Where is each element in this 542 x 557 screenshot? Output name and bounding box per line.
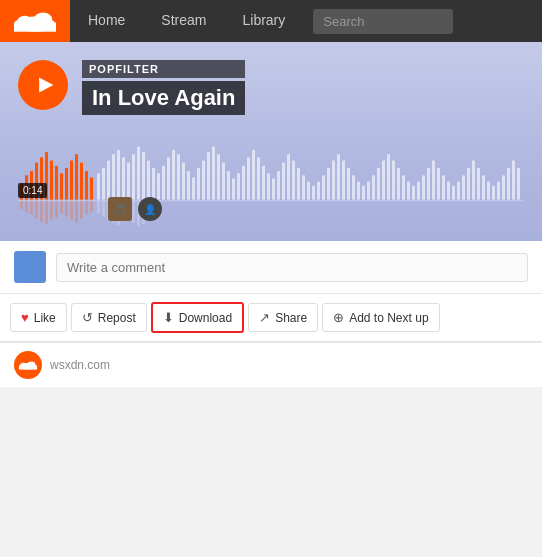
svg-rect-108 [462,175,465,199]
svg-rect-17 [80,163,83,200]
avatar-2: 👤 [138,197,162,221]
next-icon: ⊕ [333,310,344,325]
play-button[interactable] [18,60,68,110]
next-label: Add to Next up [349,311,428,325]
svg-rect-13 [60,173,63,199]
like-button[interactable]: ♥ Like [10,303,67,332]
svg-rect-99 [417,182,420,200]
svg-rect-115 [497,182,500,200]
svg-rect-21 [25,201,28,213]
time-display: 0:14 [18,183,47,198]
download-button[interactable]: ⬇ Download [151,302,244,333]
svg-rect-55 [197,168,200,200]
svg-rect-43 [137,147,140,200]
svg-rect-109 [467,168,470,200]
svg-rect-49 [167,157,170,199]
next-up-button[interactable]: ⊕ Add to Next up [322,303,439,332]
svg-rect-91 [377,168,380,200]
svg-rect-27 [55,201,58,218]
svg-rect-37 [107,161,110,200]
svg-rect-100 [422,175,425,199]
svg-rect-31 [75,201,78,223]
svg-rect-110 [472,161,475,200]
svg-rect-86 [352,175,355,199]
svg-rect-50 [172,150,175,200]
svg-rect-69 [267,173,270,199]
svg-rect-52 [182,163,185,200]
repost-button[interactable]: ↺ Repost [71,303,147,332]
svg-rect-117 [507,168,510,200]
svg-rect-59 [217,154,220,199]
svg-rect-102 [432,161,435,200]
svg-rect-73 [287,154,290,199]
comment-area [0,241,542,294]
svg-rect-66 [252,150,255,200]
svg-rect-105 [447,182,450,200]
svg-rect-24 [40,201,43,222]
svg-rect-75 [297,168,300,200]
svg-rect-97 [407,182,410,200]
artist-name: POPFILTER [82,60,245,78]
svg-rect-60 [222,163,225,200]
track-header: POPFILTER In Love Again [18,60,524,115]
nav-links: Home Stream Library [70,0,303,42]
svg-rect-116 [502,175,505,199]
svg-rect-67 [257,157,260,199]
svg-rect-94 [392,161,395,200]
waveform[interactable]: 0:14 🎵 👤 [18,131,524,226]
bottom-bar: wsxdn.com [0,342,542,387]
waveform-svg [18,131,524,226]
nav-home[interactable]: Home [70,0,143,42]
svg-rect-112 [482,175,485,199]
download-icon: ⬇ [163,310,174,325]
svg-rect-48 [162,166,165,200]
svg-rect-26 [50,201,53,220]
nav-stream[interactable]: Stream [143,0,224,42]
bottom-logo [14,351,42,379]
svg-rect-12 [55,166,58,200]
share-button[interactable]: ↗ Share [248,303,318,332]
svg-rect-36 [102,168,105,200]
svg-rect-79 [317,182,320,200]
svg-rect-84 [342,161,345,200]
svg-rect-68 [262,166,265,200]
svg-rect-29 [65,201,68,217]
navbar: Home Stream Library [0,0,542,42]
svg-rect-47 [157,173,160,199]
svg-rect-65 [247,157,250,199]
track-info: POPFILTER In Love Again [82,60,245,115]
action-bar: ♥ Like ↺ Repost ⬇ Download ↗ Share ⊕ Add… [0,294,542,342]
svg-rect-119 [517,168,520,200]
svg-rect-61 [227,171,230,200]
svg-rect-121 [102,201,105,217]
avatar-1: 🎵 [108,197,132,221]
svg-rect-89 [367,182,370,200]
svg-rect-34 [90,201,93,212]
comment-input[interactable] [56,253,528,282]
svg-rect-41 [127,163,130,200]
svg-rect-88 [362,186,365,200]
svg-rect-11 [50,161,53,200]
svg-rect-23 [35,201,38,219]
like-label: Like [34,311,56,325]
svg-rect-77 [307,182,310,200]
svg-rect-57 [207,152,210,200]
svg-rect-19 [90,177,93,199]
svg-rect-42 [132,154,135,199]
svg-rect-63 [237,173,240,199]
svg-rect-3 [14,23,56,32]
svg-rect-28 [60,201,63,214]
svg-rect-103 [437,168,440,200]
svg-rect-101 [427,168,430,200]
svg-rect-111 [477,168,480,200]
svg-rect-45 [147,161,150,200]
avatar-2-img: 👤 [138,197,162,221]
nav-library[interactable]: Library [224,0,303,42]
svg-rect-98 [412,186,415,200]
svg-rect-16 [75,154,78,199]
soundcloud-logo[interactable] [0,0,70,42]
svg-rect-20 [20,201,23,209]
svg-rect-46 [152,168,155,200]
svg-rect-25 [45,201,48,224]
search-input[interactable] [313,9,453,34]
